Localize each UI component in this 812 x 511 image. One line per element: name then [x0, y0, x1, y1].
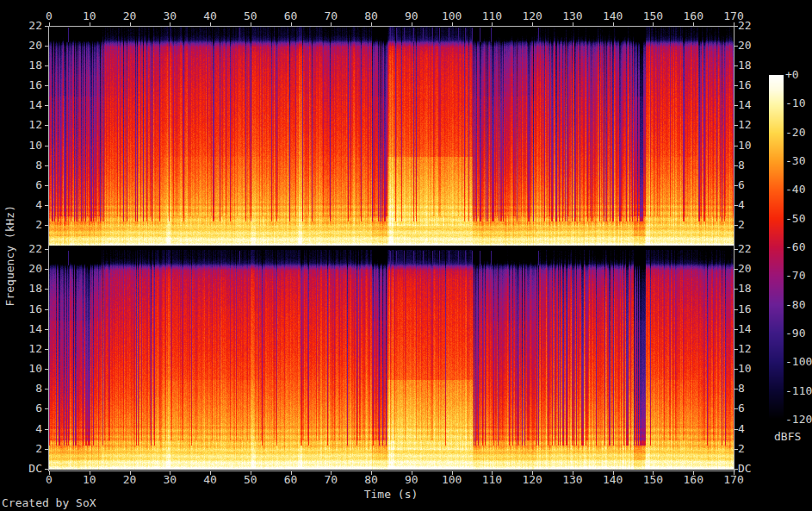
time-tick-top [251, 22, 251, 26]
freq-tick-label-left: DC [15, 463, 42, 475]
freq-tick-label-left: 10 [15, 363, 42, 375]
freq-tick-label-left: 20 [15, 40, 42, 52]
freq-tick-label-right: 22 [738, 243, 767, 255]
freq-tick-label-left: 8 [15, 383, 42, 395]
freq-tick-label-left: 18 [15, 283, 42, 295]
time-tick-label-bottom: 170 [716, 474, 751, 486]
freq-tick-left [45, 105, 48, 106]
time-tick-label-top: 140 [596, 10, 630, 22]
freq-tick-label-left: 6 [15, 179, 42, 191]
time-tick-label-bottom: 150 [635, 474, 670, 486]
legend-unit-label: dBFS [774, 430, 801, 443]
time-tick-label-bottom: 50 [233, 474, 268, 486]
time-axis-title: Time (s) [322, 488, 460, 501]
freq-tick-left [45, 469, 48, 470]
freq-tick-left [45, 309, 48, 310]
frequency-axis-line-left [48, 26, 49, 471]
legend-tick-label: -100 [785, 356, 812, 368]
time-tick-top [371, 22, 372, 26]
freq-tick-label-right: 4 [738, 199, 767, 211]
time-tick-label-top: 100 [435, 10, 469, 22]
time-tick-top [452, 22, 453, 26]
time-tick-label-bottom: 10 [72, 474, 107, 486]
freq-tick-label-right: 22 [738, 20, 767, 32]
freq-tick-label-right: 20 [738, 263, 767, 275]
freq-tick-label-right: 10 [738, 140, 767, 152]
time-tick-label-top: 30 [152, 10, 187, 22]
freq-tick-label-left: 12 [15, 343, 42, 355]
time-tick-label-bottom: 130 [555, 474, 590, 486]
freq-tick-label-left: 8 [15, 159, 42, 171]
freq-tick-left [45, 165, 48, 166]
time-tick-top [130, 22, 131, 26]
time-tick-label-bottom: 80 [354, 474, 388, 486]
freq-tick-left [45, 449, 48, 450]
legend-tick-label: -80 [785, 299, 812, 311]
freq-tick-label-right: 14 [738, 323, 767, 335]
freq-tick-label-left: 2 [15, 443, 42, 455]
freq-tick-label-left: 12 [15, 119, 42, 131]
freq-tick-label-left: 16 [15, 79, 42, 91]
freq-tick-left [45, 125, 48, 126]
freq-tick-label-right: 18 [738, 283, 767, 295]
time-tick-label-top: 90 [394, 10, 429, 22]
time-tick-label-bottom: 140 [596, 474, 630, 486]
time-tick-label-bottom: 70 [313, 474, 348, 486]
freq-tick-label-left: 2 [15, 219, 42, 231]
time-tick-top [49, 22, 50, 26]
time-tick-label-bottom: 0 [32, 474, 66, 486]
freq-tick-label-left: 4 [15, 199, 42, 211]
freq-tick-left [45, 249, 48, 250]
time-tick-label-top: 70 [313, 10, 348, 22]
time-tick-label-top: 150 [635, 10, 670, 22]
freq-tick-label-right: 12 [738, 343, 767, 355]
freq-tick-left [45, 408, 48, 409]
time-tick-label-bottom: 30 [152, 474, 187, 486]
legend-tick-label: -60 [785, 241, 812, 253]
freq-tick-label-right: 2 [738, 443, 767, 455]
legend-tick-label: -50 [785, 213, 812, 225]
legend-tick-label: -20 [785, 127, 812, 139]
legend-tick-label: -110 [785, 385, 812, 397]
legend-tick-label: +0 [785, 69, 812, 81]
time-tick-label-top: 20 [113, 10, 147, 22]
time-tick-top [492, 22, 493, 26]
freq-tick-label-left: 18 [15, 59, 42, 72]
freq-tick-left [45, 389, 48, 389]
time-tick-label-bottom: 40 [193, 474, 227, 486]
time-tick-label-top: 120 [515, 10, 549, 22]
time-tick-label-bottom: 100 [435, 474, 469, 486]
freq-tick-label-left: 14 [15, 99, 42, 111]
freq-tick-label-left: 20 [15, 263, 42, 275]
freq-tick-label-right: DC [738, 463, 767, 475]
frequency-axis-title: Frequency (kHz) [3, 0, 16, 511]
freq-tick-label-right: 20 [738, 40, 767, 52]
freq-tick-label-right: 10 [738, 363, 767, 375]
time-axis-line-top [48, 26, 735, 27]
time-tick-label-bottom: 120 [515, 474, 549, 486]
time-tick-top [613, 22, 614, 26]
freq-tick-label-right: 8 [738, 159, 767, 171]
freq-tick-left [45, 369, 48, 370]
freq-tick-label-left: 16 [15, 303, 42, 315]
time-tick-label-top: 130 [555, 10, 590, 22]
time-tick-label-bottom: 20 [113, 474, 147, 486]
legend-tick-label: -90 [785, 327, 812, 340]
freq-tick-left [45, 349, 48, 350]
freq-tick-label-left: 4 [15, 423, 42, 435]
time-tick-label-bottom: 90 [394, 474, 429, 486]
legend-tick-label: -120 [785, 414, 812, 426]
freq-tick-label-left: 10 [15, 140, 42, 152]
time-tick-top [331, 22, 332, 26]
spectrogram-left-channel [49, 27, 734, 246]
time-tick-top [210, 22, 211, 26]
time-tick-label-bottom: 160 [676, 474, 710, 486]
freq-tick-left [45, 269, 48, 270]
freq-tick-label-right: 16 [738, 79, 767, 91]
freq-tick-label-right: 16 [738, 303, 767, 315]
legend-colorbar [769, 75, 784, 420]
freq-tick-left [45, 329, 48, 330]
freq-tick-label-right: 8 [738, 383, 767, 395]
time-axis-line-bottom [48, 470, 735, 471]
freq-tick-left [45, 85, 48, 86]
